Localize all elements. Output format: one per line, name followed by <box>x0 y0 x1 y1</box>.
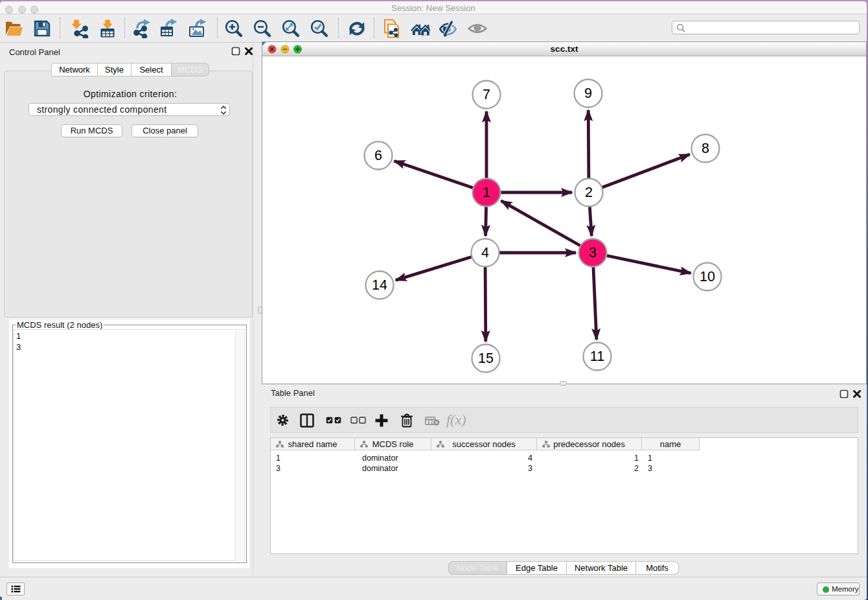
svg-text:2: 2 <box>585 185 593 200</box>
svg-text:8: 8 <box>702 141 709 156</box>
svg-text:7: 7 <box>483 87 490 102</box>
svg-text:14: 14 <box>372 277 387 293</box>
svg-text:6: 6 <box>374 148 382 163</box>
svg-text:10: 10 <box>700 269 715 284</box>
svg-text:11: 11 <box>590 349 604 364</box>
svg-text:15: 15 <box>478 351 494 366</box>
svg-text:3: 3 <box>589 245 597 260</box>
svg-text:1: 1 <box>483 185 490 200</box>
svg-text:9: 9 <box>584 86 592 101</box>
svg-text:4: 4 <box>481 245 489 260</box>
